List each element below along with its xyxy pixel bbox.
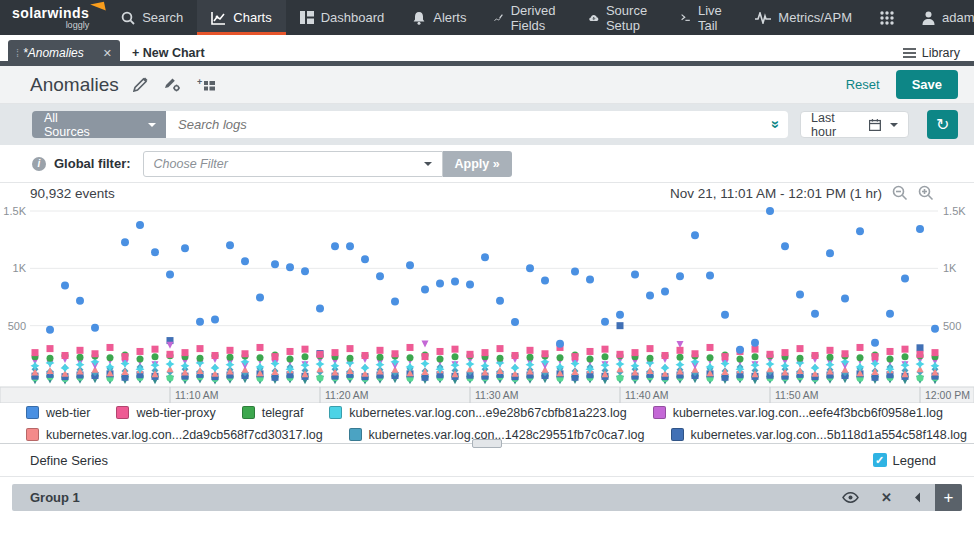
nav-item-dashboard[interactable]: Dashboard <box>286 0 399 35</box>
define-series-title: Define Series <box>30 453 108 468</box>
legend-row-1: web-tierweb-tier-proxytelegrafkubernetes… <box>0 403 974 422</box>
loggly-charts-page: solarwinds loggly Search Charts Dashboar… <box>0 0 974 550</box>
svg-text:500: 500 <box>943 320 961 332</box>
nav-label-derived-fields: Derived Fields <box>511 3 562 33</box>
legend-label: kubernetes.var.log.con...2da9cb568f7cd30… <box>46 428 323 442</box>
info-icon[interactable]: i <box>32 157 46 171</box>
legend-item[interactable]: kubernetes.var.log.con...eefe4f3bcb6f095… <box>653 406 943 420</box>
nav-item-metrics-apm[interactable]: Metrics/APM <box>741 0 866 35</box>
legend-swatch <box>653 406 666 419</box>
legend-checkbox-label: Legend <box>893 453 936 468</box>
add-to-dashboard-icon[interactable]: + <box>197 78 215 92</box>
svg-text:11:10 AM: 11:10 AM <box>175 389 219 401</box>
legend-label: web-tier <box>46 406 90 420</box>
save-button[interactable]: Save <box>896 70 958 99</box>
drag-grip-icon[interactable]: ⁞ <box>16 47 17 59</box>
calendar-icon <box>869 119 881 131</box>
nav-label-dashboard: Dashboard <box>321 10 385 25</box>
legend-label: kubernetes.var.log.con...5b118d1a554c58f… <box>691 428 967 442</box>
search-input[interactable] <box>178 117 772 132</box>
brand-line1: solarwinds <box>12 5 89 21</box>
splitter-handle[interactable] <box>472 439 502 448</box>
apply-filter-button[interactable]: Apply » <box>443 151 512 177</box>
events-count: 90,932 events <box>30 186 115 201</box>
search-icon <box>121 11 135 25</box>
page-title: Anomalies <box>30 74 119 96</box>
svg-text:1.5K: 1.5K <box>3 205 26 217</box>
plus-icon: + <box>944 488 954 508</box>
reset-button[interactable]: Reset <box>846 77 880 92</box>
grid-icon <box>880 11 894 25</box>
search-box: » <box>166 111 788 138</box>
nav-label-metrics-apm: Metrics/APM <box>778 10 852 25</box>
nav-item-derived-fields[interactable]: Derived Fields <box>480 0 575 35</box>
cloud-upload-icon <box>589 12 599 24</box>
brand-line2: loggly <box>12 20 89 30</box>
nav-items: Search Charts Dashboard Alerts Derived F… <box>107 0 866 35</box>
chevron-left-icon <box>914 492 921 503</box>
svg-text:500: 500 <box>8 320 26 332</box>
legend-toggle[interactable]: ✓ Legend <box>873 453 936 468</box>
svg-text:1K: 1K <box>13 262 27 274</box>
zoom-out-icon[interactable] <box>892 185 908 201</box>
legend-item[interactable]: web-tier-proxy <box>116 406 215 420</box>
svg-text:1K: 1K <box>943 262 957 274</box>
nav-item-alerts[interactable]: Alerts <box>398 0 480 35</box>
nav-label-charts: Charts <box>233 10 271 25</box>
legend-swatch <box>242 406 255 419</box>
global-filter-select[interactable]: Choose Filter <box>143 151 443 177</box>
pulse-icon <box>755 12 771 24</box>
remove-group-button[interactable]: ✕ <box>881 490 892 505</box>
scatter-chart[interactable]: 5005001K1K1.5K1.5K11:10 AM11:20 AM11:30 … <box>0 203 974 403</box>
time-range-label: Nov 21, 11:01 AM - 12:01 PM (1 hr) <box>670 186 882 201</box>
chevron-down-icon <box>890 123 898 127</box>
refresh-search-button[interactable]: ↻ <box>927 110 958 139</box>
time-range-button[interactable]: Last hour <box>800 111 909 138</box>
app-switcher-icon[interactable] <box>866 0 908 35</box>
svg-text:11:40 AM: 11:40 AM <box>625 389 669 401</box>
pen-field-icon <box>494 11 503 24</box>
eye-icon <box>842 492 859 503</box>
nav-item-source-setup[interactable]: Source Setup <box>575 0 667 35</box>
user-menu[interactable]: adamhert <box>908 0 974 35</box>
visibility-toggle[interactable] <box>842 492 859 503</box>
pen-settings-icon[interactable] <box>164 77 181 92</box>
nav-item-live-tail[interactable]: Live Tail <box>667 0 741 35</box>
library-list-icon <box>903 48 916 58</box>
title-row: Anomalies + Reset Save <box>0 66 974 104</box>
legend-item[interactable]: kubernetes.var.log.con...5b118d1a554c58f… <box>671 428 967 442</box>
legend-item[interactable]: kubernetes.var.log.con...e9e28b67cbfb81a… <box>329 406 626 420</box>
legend-swatch <box>349 428 362 441</box>
svg-text:1.5K: 1.5K <box>943 205 966 217</box>
source-selector[interactable]: All Sources <box>32 111 166 138</box>
zoom-in-icon[interactable] <box>918 185 934 201</box>
legend-item[interactable]: telegraf <box>242 406 304 420</box>
add-group-button[interactable]: + <box>935 484 962 511</box>
nav-label-source-setup: Source Setup <box>606 3 654 33</box>
chart-icon <box>211 11 226 25</box>
nav-right: adamhert ? Help <box>866 0 974 35</box>
legend-item[interactable]: kubernetes.var.log.con...2da9cb568f7cd30… <box>26 428 323 442</box>
solarwinds-loggly-logo[interactable]: solarwinds loggly <box>0 0 107 35</box>
tab-label: *Anomalies <box>23 46 97 60</box>
legend-label: kubernetes.var.log.con...e9e28b67cbfb81a… <box>349 406 626 420</box>
group-1-bar[interactable]: Group 1 ✕ + <box>12 484 962 511</box>
legend-swatch <box>26 406 39 419</box>
nav-label-live-tail: Live Tail <box>698 3 727 33</box>
expand-search-icon[interactable]: » <box>768 120 783 128</box>
close-icon[interactable]: ✕ <box>103 47 112 60</box>
group-title: Group 1 <box>30 490 80 505</box>
legend-item[interactable]: web-tier <box>26 406 90 420</box>
refresh-icon: ↻ <box>936 115 949 134</box>
edit-pencil-icon[interactable] <box>133 77 148 92</box>
collapse-group-button[interactable] <box>914 492 921 503</box>
legend-swatch <box>26 428 39 441</box>
search-row: All Sources » Last hour ↻ <box>0 104 974 145</box>
nav-item-search[interactable]: Search <box>107 0 197 35</box>
series-web-tier <box>46 207 939 354</box>
nav-item-charts[interactable]: Charts <box>197 0 285 35</box>
chevron-down-icon <box>148 123 156 127</box>
legend-label: kubernetes.var.log.con...1428c29551fb7c0… <box>369 428 645 442</box>
chart-block: 90,932 events Nov 21, 11:01 AM - 12:01 P… <box>0 183 974 403</box>
legend-checkbox[interactable]: ✓ <box>873 453 887 467</box>
